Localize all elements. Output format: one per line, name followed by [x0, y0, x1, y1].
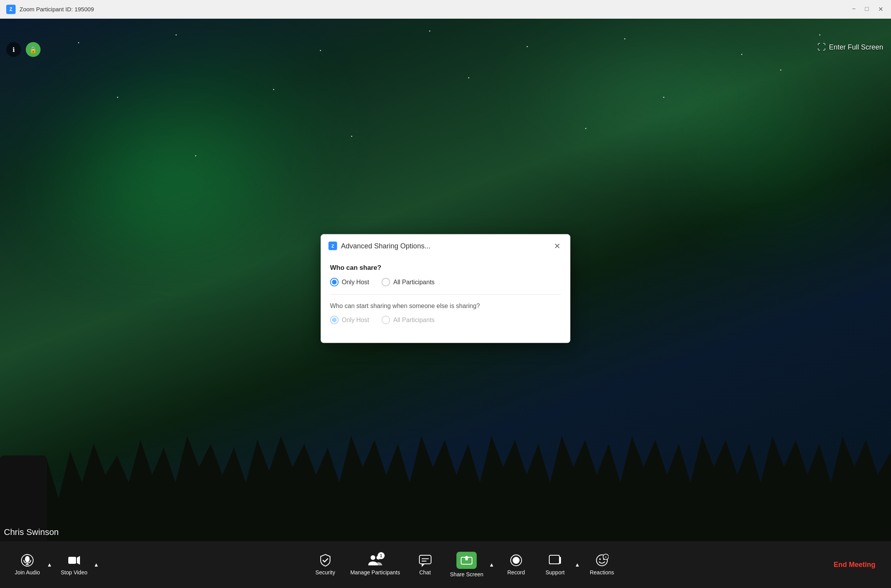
- fullscreen-icon: ⛶: [817, 42, 826, 52]
- svg-rect-5: [68, 557, 76, 564]
- svg-marker-14: [464, 556, 469, 560]
- only-host-radio-2[interactable]: [330, 316, 339, 324]
- record-label: Record: [507, 569, 525, 576]
- join-audio-icon: [21, 554, 34, 567]
- only-host-option-2[interactable]: Only Host: [330, 316, 369, 324]
- who-can-start-label: Who can start sharing when someone else …: [330, 303, 561, 310]
- who-can-share-label: Who can share?: [330, 264, 561, 272]
- chat-icon: [419, 554, 432, 567]
- manage-participants-button[interactable]: 1 Manage Participants: [345, 551, 406, 579]
- lock-icon[interactable]: 🔒: [26, 42, 41, 57]
- security-label: Security: [316, 569, 335, 576]
- chat-label: Chat: [419, 569, 431, 576]
- reactions-label: Reactions: [590, 569, 614, 576]
- support-icon: [548, 554, 562, 567]
- fullscreen-button[interactable]: ⛶ Enter Full Screen: [817, 42, 883, 52]
- join-audio-button[interactable]: Join Audio: [8, 551, 47, 579]
- manage-participants-label: Manage Participants: [350, 569, 400, 576]
- record-icon: [509, 554, 523, 567]
- trees: [0, 405, 891, 541]
- who-can-share-options: Only Host All Participants: [330, 278, 561, 287]
- share-screen-label: Share Screen: [450, 571, 484, 577]
- stop-video-group: Stop Video ▲: [55, 551, 101, 579]
- participants-count: 1: [378, 552, 385, 559]
- svg-marker-6: [77, 556, 80, 565]
- stop-video-label: Stop Video: [61, 569, 87, 576]
- share-screen-chevron[interactable]: ▲: [486, 560, 497, 569]
- join-audio-label: Join Audio: [15, 569, 40, 576]
- only-host-label-1: Only Host: [342, 279, 369, 286]
- svg-marker-10: [422, 564, 425, 567]
- minimize-button[interactable]: −: [850, 4, 857, 14]
- share-screen-icon: [456, 552, 477, 569]
- dialog-title-row: Z Advanced Sharing Options...: [328, 242, 430, 250]
- end-meeting-button[interactable]: End Meeting: [826, 557, 883, 573]
- dialog-header: Z Advanced Sharing Options... ✕: [321, 234, 570, 256]
- support-chevron[interactable]: ▲: [572, 560, 582, 569]
- top-left-icons: ℹ 🔒: [6, 42, 41, 57]
- section-divider: [330, 294, 561, 295]
- all-participants-radio-2[interactable]: [382, 316, 390, 324]
- dialog-close-button[interactable]: ✕: [552, 241, 563, 251]
- record-button[interactable]: Record: [497, 551, 536, 579]
- reactions-button[interactable]: + Reactions: [582, 551, 621, 579]
- security-icon: [319, 554, 332, 567]
- only-host-label-2: Only Host: [342, 317, 369, 324]
- all-participants-option-2[interactable]: All Participants: [382, 316, 435, 324]
- close-button[interactable]: ✕: [877, 4, 885, 14]
- svg-point-7: [371, 555, 375, 560]
- security-button[interactable]: Security: [306, 551, 345, 579]
- maximize-button[interactable]: □: [863, 4, 870, 14]
- chat-button[interactable]: Chat: [406, 551, 445, 579]
- support-group: Support ▲: [536, 551, 582, 579]
- app-icon: Z: [6, 5, 16, 14]
- support-button[interactable]: Support: [536, 551, 575, 579]
- only-host-radio-1[interactable]: [330, 278, 339, 287]
- all-participants-option-1[interactable]: All Participants: [382, 278, 435, 287]
- svg-point-16: [513, 557, 520, 564]
- titlebar: Z Zoom Participant ID: 195009 − □ ✕: [0, 0, 891, 19]
- window-title: Zoom Participant ID: 195009: [20, 6, 850, 12]
- support-label: Support: [545, 569, 564, 576]
- stop-video-button[interactable]: Stop Video: [55, 551, 94, 579]
- fullscreen-label: Enter Full Screen: [829, 43, 883, 51]
- all-participants-radio-1[interactable]: [382, 278, 390, 287]
- join-audio-chevron[interactable]: ▲: [44, 560, 55, 569]
- who-can-start-options: Only Host All Participants: [330, 316, 561, 324]
- only-host-option-1[interactable]: Only Host: [330, 278, 369, 287]
- aurora-4: [657, 58, 891, 253]
- dialog-body: Who can share? Only Host All Participant…: [321, 256, 570, 343]
- window-controls: − □ ✕: [850, 4, 885, 14]
- toolbar: Join Audio ▲ Stop Video ▲ Security: [0, 541, 891, 588]
- manage-participants-icon: 1: [367, 554, 383, 567]
- svg-rect-18: [559, 557, 561, 564]
- participant-name: Chris Swinson: [4, 527, 59, 537]
- stop-video-chevron[interactable]: ▲: [91, 560, 101, 569]
- share-screen-button[interactable]: Share Screen: [445, 549, 489, 581]
- svg-point-21: [599, 558, 601, 560]
- info-icon[interactable]: ℹ: [6, 42, 21, 57]
- all-participants-label-1: All Participants: [393, 279, 435, 286]
- reactions-icon: +: [595, 554, 609, 567]
- dialog-app-icon: Z: [328, 242, 337, 250]
- svg-marker-0: [0, 436, 891, 541]
- advanced-sharing-dialog: Z Advanced Sharing Options... ✕ Who can …: [321, 234, 570, 343]
- all-participants-label-2: All Participants: [393, 317, 435, 324]
- share-screen-group: Share Screen ▲: [445, 549, 497, 581]
- svg-point-2: [25, 556, 30, 562]
- stop-video-icon: [67, 554, 81, 567]
- dialog-title: Advanced Sharing Options...: [341, 242, 430, 250]
- svg-rect-17: [549, 555, 559, 564]
- join-audio-group: Join Audio ▲: [8, 551, 55, 579]
- svg-rect-9: [419, 555, 431, 564]
- svg-text:+: +: [605, 555, 607, 559]
